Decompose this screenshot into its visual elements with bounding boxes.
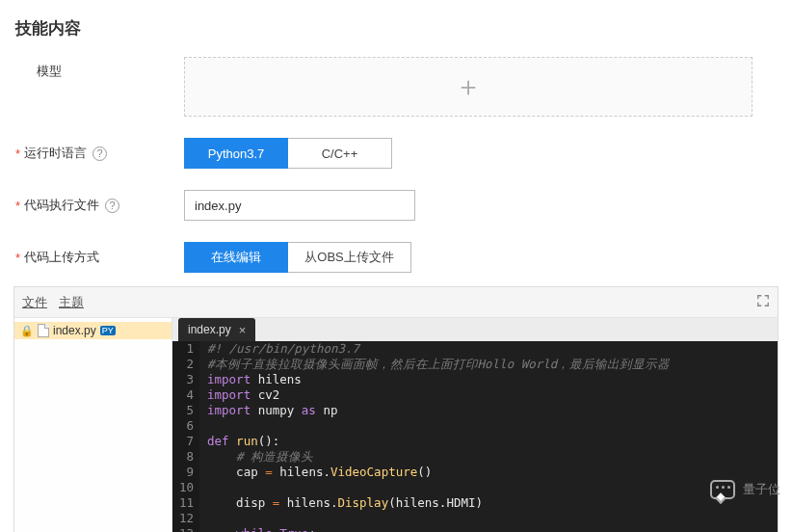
- row-model: 模型 ＋: [15, 57, 792, 117]
- file-tree[interactable]: 🔒 index.py PY: [14, 318, 172, 532]
- file-tree-item-label: index.py: [53, 324, 96, 337]
- section-title: 技能内容: [15, 17, 792, 40]
- label-uploadmethod-text: 代码上传方式: [24, 249, 99, 266]
- line-number: 10: [172, 480, 199, 495]
- code-text: #! /usr/bin/python3.7: [199, 341, 359, 357]
- line-number: 13: [172, 526, 199, 532]
- line-number: 1: [172, 341, 199, 357]
- code-text: cap = hilens.VideoCapture(): [199, 465, 432, 480]
- code-line: 5import numpy as np: [172, 403, 778, 418]
- code-text: # 构造摄像头: [199, 449, 313, 465]
- code-line: 12: [172, 511, 778, 526]
- menu-theme[interactable]: 主题: [59, 294, 84, 311]
- code-line: 7def run():: [172, 434, 778, 449]
- code-text: disp = hilens.Display(hilens.HDMI): [199, 495, 483, 511]
- upload-option-online[interactable]: 在线编辑: [184, 242, 288, 273]
- lock-icon: 🔒: [20, 325, 34, 337]
- code-text: import cv2: [199, 387, 279, 403]
- line-number: 11: [172, 495, 199, 511]
- label-runtime-text: 运行时语言: [24, 145, 87, 162]
- label-uploadmethod: * 代码上传方式: [15, 242, 184, 273]
- label-runtime: * 运行时语言 ?: [15, 138, 184, 169]
- code-line: 2#本例子直接拉取摄像头画面帧，然后在上面打印Hollo World，最后输出到…: [172, 357, 778, 372]
- row-uploadmethod: * 代码上传方式 在线编辑 从OBS上传文件: [15, 242, 792, 273]
- editor-toolbar: 文件 主题: [14, 287, 778, 318]
- upload-option-obs[interactable]: 从OBS上传文件: [288, 242, 411, 273]
- runtime-option-python[interactable]: Python3.7: [184, 138, 288, 169]
- help-icon[interactable]: ?: [92, 146, 107, 161]
- line-number: 6: [172, 418, 199, 434]
- label-model: 模型: [15, 57, 184, 80]
- line-number: 9: [172, 465, 199, 480]
- uploadmethod-button-group: 在线编辑 从OBS上传文件: [184, 242, 411, 273]
- editor-tab-label: index.py: [188, 323, 231, 336]
- required-mark: *: [15, 146, 20, 161]
- label-execfile-text: 代码执行文件: [24, 197, 99, 214]
- code-line: 13 while True:: [172, 526, 778, 532]
- document-icon: [38, 324, 49, 337]
- line-number: 2: [172, 357, 199, 372]
- editor-menu: 文件 主题: [22, 294, 84, 311]
- runtime-button-group: Python3.7 C/C++: [184, 138, 392, 169]
- line-number: 3: [172, 372, 199, 387]
- code-text: def run():: [199, 434, 279, 449]
- code-line: 9 cap = hilens.VideoCapture(): [172, 465, 778, 480]
- watermark-text: 量子位: [743, 481, 780, 498]
- row-execfile: * 代码执行文件 ?: [15, 190, 792, 221]
- code-editor-panel: 文件 主题 🔒 index.py PY index.py × 1#! /usr/…: [13, 286, 779, 532]
- line-number: 7: [172, 434, 199, 449]
- required-mark: *: [15, 251, 20, 265]
- code-text: import numpy as np: [199, 403, 337, 418]
- code-line: 1#! /usr/bin/python3.7: [172, 341, 778, 357]
- runtime-option-ccpp[interactable]: C/C++: [288, 138, 392, 169]
- close-icon[interactable]: ×: [239, 323, 247, 337]
- editor-tab-strip: index.py ×: [172, 318, 778, 341]
- code-line: 10: [172, 480, 778, 495]
- code-line: 3import hilens: [172, 372, 778, 387]
- code-area: index.py × 1#! /usr/bin/python3.72#本例子直接…: [172, 318, 778, 532]
- editor-body: 🔒 index.py PY index.py × 1#! /usr/bin/py…: [14, 318, 778, 532]
- code-text: [199, 480, 215, 495]
- label-execfile: * 代码执行文件 ?: [15, 190, 184, 221]
- code-text: while True:: [199, 526, 316, 532]
- file-tree-item[interactable]: 🔒 index.py PY: [14, 322, 172, 339]
- code-line: 4import cv2: [172, 387, 778, 403]
- code-text: [199, 511, 215, 526]
- code-text: #本例子直接拉取摄像头画面帧，然后在上面打印Hollo World，最后输出到显…: [199, 357, 670, 372]
- code-editor[interactable]: 1#! /usr/bin/python3.72#本例子直接拉取摄像头画面帧，然后…: [172, 341, 778, 532]
- exec-file-input[interactable]: [184, 190, 415, 221]
- py-badge-icon: PY: [100, 326, 116, 335]
- code-text: import hilens: [199, 372, 302, 387]
- expand-icon[interactable]: [756, 294, 770, 310]
- plus-icon: ＋: [455, 68, 482, 105]
- line-number: 5: [172, 403, 199, 418]
- code-line: 8 # 构造摄像头: [172, 449, 778, 465]
- menu-file[interactable]: 文件: [22, 294, 47, 311]
- line-number: 4: [172, 387, 199, 403]
- row-runtime: * 运行时语言 ? Python3.7 C/C++: [15, 138, 792, 169]
- model-upload-dropzone[interactable]: ＋: [184, 57, 752, 117]
- code-line: 6: [172, 418, 778, 434]
- code-text: [199, 418, 215, 434]
- editor-tab[interactable]: index.py ×: [178, 318, 255, 341]
- watermark: 量子位: [710, 480, 780, 499]
- code-line: 11 disp = hilens.Display(hilens.HDMI): [172, 495, 778, 511]
- line-number: 12: [172, 511, 199, 526]
- line-number: 8: [172, 449, 199, 465]
- chat-bubble-icon: [710, 480, 735, 499]
- label-model-text: 模型: [37, 63, 62, 80]
- help-icon[interactable]: ?: [105, 199, 119, 213]
- required-mark: *: [15, 199, 20, 213]
